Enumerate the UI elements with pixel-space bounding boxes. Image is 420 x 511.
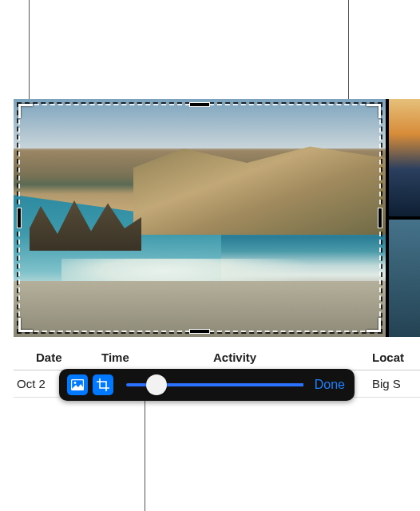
crop-overlay[interactable] bbox=[18, 104, 381, 332]
svg-point-1 bbox=[74, 382, 77, 384]
crop-mode-button[interactable] bbox=[93, 374, 113, 395]
main-photo[interactable] bbox=[14, 99, 386, 337]
callout-line-top-right bbox=[348, 0, 349, 104]
zoom-slider[interactable] bbox=[118, 369, 308, 401]
crop-handle-top-right[interactable] bbox=[367, 104, 381, 118]
callout-line-bottom bbox=[145, 401, 145, 511]
crop-icon bbox=[97, 378, 109, 391]
zoom-slider-knob[interactable] bbox=[146, 374, 167, 395]
image-edit-toolbar: Done bbox=[59, 369, 355, 401]
done-button[interactable]: Done bbox=[313, 378, 347, 392]
thumbnail-1[interactable] bbox=[389, 99, 420, 216]
thumbnail-strip bbox=[389, 99, 420, 337]
crop-handle-top-left[interactable] bbox=[18, 104, 33, 118]
crop-handle-bottom-left[interactable] bbox=[18, 318, 33, 332]
table-header-row: Date Time Activity Locat bbox=[14, 345, 420, 370]
crop-handle-bottom[interactable] bbox=[190, 330, 209, 333]
callout-line-top-left bbox=[29, 0, 30, 99]
crop-handle-top[interactable] bbox=[190, 103, 209, 106]
crop-handle-right[interactable] bbox=[378, 208, 382, 228]
header-location: Locat bbox=[372, 351, 420, 364]
cell-location: Big S bbox=[372, 377, 420, 390]
header-date: Date bbox=[14, 351, 101, 364]
crop-handle-left[interactable] bbox=[18, 208, 21, 228]
thumbnail-2[interactable] bbox=[389, 220, 420, 337]
photo-icon bbox=[71, 379, 84, 390]
crop-handle-bottom-right[interactable] bbox=[367, 318, 381, 332]
header-activity: Activity bbox=[197, 351, 372, 364]
photo-mode-button[interactable] bbox=[67, 374, 88, 395]
photo-area bbox=[14, 99, 420, 337]
header-time: Time bbox=[101, 351, 197, 364]
